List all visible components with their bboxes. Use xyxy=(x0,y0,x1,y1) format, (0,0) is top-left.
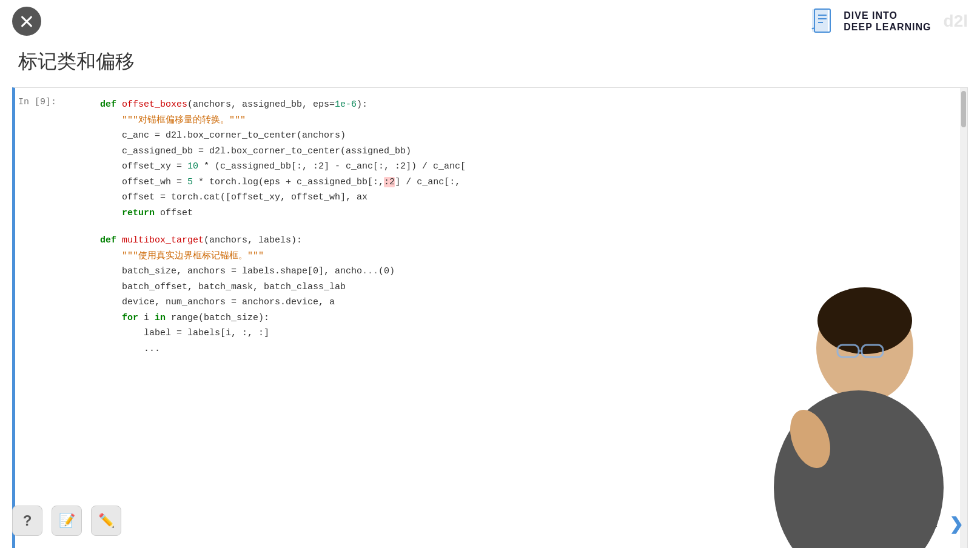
next-icon: ❯ xyxy=(949,514,963,534)
main-content: In [9]: def offset_boxes(anchors, assign… xyxy=(0,87,980,548)
code-line-10: """使用真实边界框标记锚框。""" xyxy=(100,249,958,264)
code-line-14: for i in range(batch_size): xyxy=(100,310,958,326)
top-bar: DIVE INTO DEEP LEARNING d2l xyxy=(0,0,980,42)
question-icon: ? xyxy=(23,512,32,529)
code-line-7: offset = torch.cat([offset_xy, offset_wh… xyxy=(100,190,958,206)
code-line-16: ... xyxy=(100,341,958,357)
logo-text: DIVE INTO DEEP LEARNING xyxy=(844,10,931,33)
close-button[interactable] xyxy=(12,7,41,36)
code-line-11: batch_size, anchors = labels.shape[0], a… xyxy=(100,264,958,279)
scrollbar-thumb[interactable] xyxy=(961,91,966,127)
code-line-13: device, num_anchors = anchors.device, a xyxy=(100,295,958,310)
pencil-button[interactable]: ✏️ xyxy=(91,506,121,536)
code-line-5: offset_xy = 10 * (c_assigned_bb[:, :2] -… xyxy=(100,159,958,175)
scrollbar-track[interactable] xyxy=(960,88,967,548)
logo-area: DIVE INTO DEEP LEARNING d2l xyxy=(807,6,968,36)
edit-icon: 📝 xyxy=(59,513,75,529)
code-gap xyxy=(100,221,958,233)
help-button[interactable]: ? xyxy=(12,506,42,536)
code-line-1: def offset_boxes(anchors, assigned_bb, e… xyxy=(100,97,958,113)
logo-icon xyxy=(807,6,837,36)
code-line-6: offset_wh = 5 * torch.log(eps + c_assign… xyxy=(100,175,958,190)
code-line-8: return offset xyxy=(100,206,958,221)
bottom-toolbar: ? 📝 ✏️ xyxy=(12,506,121,536)
csdn-watermark: CSDN @AI架构师易筋 xyxy=(846,519,931,530)
code-line-2: """对锚框偏移量的转换。""" xyxy=(100,113,958,129)
code-line-15: label = labels[i, :, :] xyxy=(100,326,958,341)
edit-button[interactable]: 📝 xyxy=(52,506,82,536)
code-block: def offset_boxes(anchors, assigned_bb, e… xyxy=(15,88,967,366)
page-title: 标记类和偏移 xyxy=(0,42,980,87)
code-line-9: def multibox_target(anchors, labels): xyxy=(100,233,958,249)
pencil-icon: ✏️ xyxy=(98,513,115,529)
d2l-logo: d2l xyxy=(944,12,968,31)
code-line-4: c_assigned_bb = d2l.box_corner_to_center… xyxy=(100,144,958,159)
cell-label: In [9]: xyxy=(12,97,62,107)
code-line-3: c_anc = d2l.box_corner_to_center(anchors… xyxy=(100,128,958,144)
code-line-12: batch_offset, batch_mask, batch_class_la… xyxy=(100,279,958,295)
notebook-container: In [9]: def offset_boxes(anchors, assign… xyxy=(12,87,968,548)
next-button[interactable]: ❯ xyxy=(944,512,968,536)
